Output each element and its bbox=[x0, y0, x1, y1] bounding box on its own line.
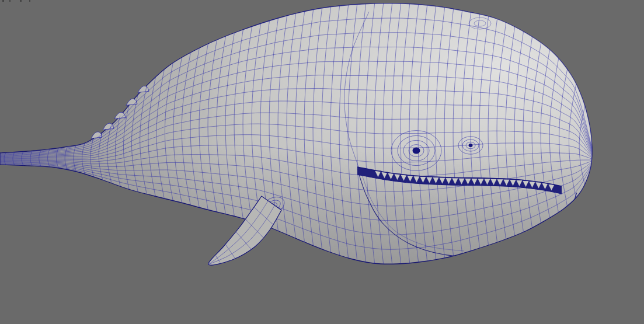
viewport-canvas[interactable] bbox=[0, 0, 644, 324]
viewport[interactable] bbox=[0, 0, 644, 324]
